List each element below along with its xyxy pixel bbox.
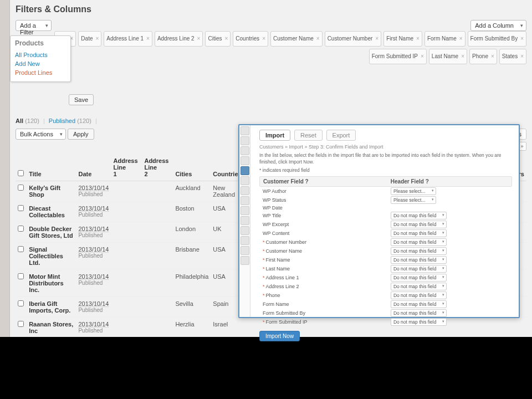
chip-remove-icon[interactable]: × [224,35,228,42]
map-select[interactable]: Do not map this field [391,265,447,273]
map-select[interactable]: Do not map this field [391,274,447,282]
column-chip[interactable]: Cities× [205,31,231,47]
chip-remove-icon[interactable]: × [520,53,524,59]
column-chip[interactable]: Countries× [233,31,268,47]
column-chip[interactable]: Phone× [469,49,497,64]
tool-icon[interactable] [241,146,249,155]
map-select[interactable]: Do not map this field [391,309,447,317]
add-column-select[interactable]: Add a Column [470,20,526,31]
tool-icon[interactable] [241,236,249,245]
row-title[interactable]: Signal Collectibles Ltd. [29,246,74,266]
map-select[interactable]: Please select... [391,196,436,204]
tab-export[interactable]: Export [326,130,356,141]
column-chip[interactable]: Customer Number× [325,31,382,47]
tool-icon[interactable] [241,126,249,135]
column-chip[interactable]: Address Line 1× [104,31,152,47]
row-title[interactable]: Raanan Stores, Inc [29,321,74,334]
tool-icon[interactable] [241,166,249,175]
col-header[interactable]: Cities [173,154,211,181]
map-select[interactable]: Please select... [391,187,436,195]
col-header[interactable]: AddressLine2 [142,154,173,181]
tab-import[interactable]: Import [259,130,290,141]
column-chip[interactable]: Customer Name× [270,31,323,47]
chip-remove-icon[interactable]: × [459,35,463,42]
select-all-checkbox[interactable] [18,170,24,176]
view-published[interactable]: Published [49,117,75,124]
tool-icon[interactable] [241,136,249,145]
tool-icon[interactable] [241,216,249,225]
map-select[interactable]: Do not map this field [391,283,447,290]
map-select[interactable]: Do not map this field [391,247,447,255]
row-title[interactable]: Double Decker Gift Stores, Ltd [29,226,74,239]
row-checkbox[interactable] [18,273,24,279]
row-checkbox[interactable] [18,185,24,191]
chip-remove-icon[interactable]: × [262,35,265,42]
chip-remove-icon[interactable]: × [416,35,420,42]
chip-remove-icon[interactable]: × [146,35,150,42]
col-header[interactable]: AddressLine1 [111,154,142,181]
column-chip[interactable]: Last Name× [429,49,467,64]
tool-icon[interactable] [241,246,249,255]
chip-remove-icon[interactable]: × [461,53,464,59]
chip-remove-icon[interactable]: × [375,35,378,42]
chip-remove-icon[interactable]: × [491,53,494,59]
chip-remove-icon[interactable]: × [316,35,320,42]
tool-icon[interactable] [241,196,249,205]
flyout-link-all[interactable]: All Products [15,50,66,59]
row-title[interactable]: Iberia Gift Imports, Corp. [29,300,74,314]
chip-remove-icon[interactable]: × [197,35,201,42]
flyout-link-lines[interactable]: Product Lines [15,68,66,77]
row-checkbox[interactable] [18,321,24,327]
map-select[interactable]: Do not map this field [391,212,447,219]
chip-remove-icon[interactable]: × [421,53,424,59]
tool-icon[interactable] [241,176,249,185]
save-button[interactable]: Save [69,94,94,105]
view-all[interactable]: All [16,117,23,124]
row-title[interactable]: Motor Mint Distributors Inc. [29,273,74,293]
column-chip[interactable]: Form Name× [424,31,466,47]
row-title[interactable]: Kelly's Gift Shop [29,185,74,198]
column-chip[interactable]: Form Submitted By× [468,31,526,47]
bulk-actions-select[interactable]: Bulk Actions [16,129,66,140]
map-field-label: *Address Line 2 [263,284,391,289]
tool-icon[interactable] [241,226,249,235]
row-title[interactable]: Diecast Collectables [29,205,74,218]
chip-remove-icon[interactable]: × [520,35,524,42]
column-chip[interactable]: Address Line 2× [155,31,203,47]
column-chip[interactable]: States× [499,49,526,64]
tool-icon[interactable] [241,156,249,165]
row-checkbox[interactable] [18,226,24,232]
col-header[interactable]: Date [76,154,111,181]
map-select[interactable]: Do not map this field [391,256,447,264]
tab-reset[interactable]: Reset [294,130,323,141]
map-row: WP TitleDo not map this field [259,211,512,220]
add-filter-select[interactable]: Add a Filter [16,20,52,31]
map-row: WP ExcerptDo not map this field [259,220,512,229]
row-checkbox[interactable] [18,300,24,306]
map-select[interactable]: Do not map this field [391,238,447,246]
map-select[interactable]: Do not map this field [391,291,447,299]
column-chip[interactable]: First Name× [383,31,422,47]
view-links: All (120) | Published (120) | [16,117,526,124]
map-field-label: Form Name [263,301,391,307]
column-chip[interactable]: Date× [78,31,101,47]
column-chip[interactable]: Form Submitted IP× [369,49,427,64]
map-select[interactable]: Do not map this field [391,221,447,228]
map-select[interactable]: Do not map this field [391,229,447,237]
tool-icon[interactable] [241,206,249,215]
tool-icon[interactable] [241,256,249,265]
map-select[interactable]: Do not map this field [391,300,447,308]
row-checkbox[interactable] [18,205,24,211]
apply-button[interactable]: Apply [68,129,94,140]
flyout-link-add[interactable]: Add New [15,59,66,68]
col-header[interactable] [16,154,27,181]
col-header[interactable]: Title [27,154,76,181]
import-now-button[interactable]: Import Now [259,331,300,341]
chip-remove-icon[interactable]: × [95,35,99,42]
dialog-breadcrumb: Customers » Import » Step 3: Confirm Fie… [259,144,512,150]
map-select[interactable]: Do not map this field [391,318,447,326]
row-checkbox[interactable] [18,246,24,252]
page-title: Filters & Columns [16,4,526,14]
dialog-toolbar [239,125,250,317]
tool-icon[interactable] [241,186,249,195]
